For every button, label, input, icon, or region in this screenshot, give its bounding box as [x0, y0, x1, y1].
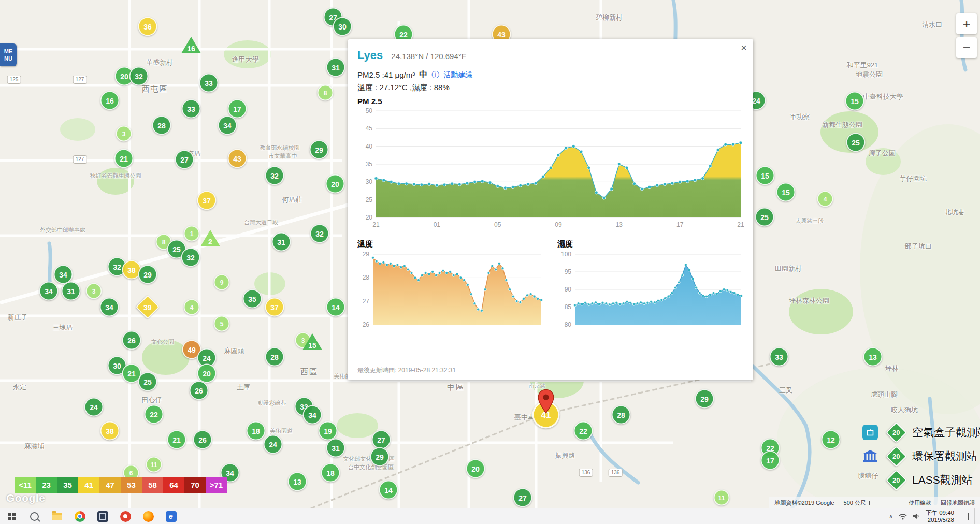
station-marker[interactable]: 29 — [370, 447, 390, 467]
start-button[interactable] — [0, 508, 23, 524]
station-marker[interactable]: 11 — [146, 457, 162, 473]
station-marker[interactable]: 13 — [288, 472, 307, 491]
station-marker[interactable]: 22 — [145, 405, 164, 424]
tray-expand-icon[interactable]: ∧ — [889, 513, 893, 520]
volume-icon[interactable] — [913, 513, 920, 520]
station-marker[interactable]: 33 — [770, 347, 789, 367]
station-marker[interactable]: 13 — [863, 347, 883, 367]
zoom-in-button[interactable]: + — [956, 13, 977, 34]
station-marker[interactable]: 14 — [379, 481, 398, 500]
station-marker[interactable]: 29 — [695, 389, 714, 409]
terms-link[interactable]: 使用條款 — [909, 499, 931, 507]
station-marker[interactable]: 34 — [303, 405, 322, 425]
station-marker[interactable]: 27 — [372, 430, 391, 449]
file-explorer-icon[interactable] — [46, 508, 68, 524]
station-marker[interactable]: 29 — [138, 265, 157, 284]
station-marker[interactable]: 20 — [197, 364, 217, 383]
legend-scale-box: >71 — [206, 477, 227, 493]
selected-location-pin[interactable] — [537, 389, 555, 414]
station-marker[interactable]: 21 — [114, 149, 134, 168]
station-marker[interactable]: 15 — [756, 166, 775, 185]
edge-icon[interactable]: e — [160, 508, 182, 524]
station-marker[interactable]: 38 — [100, 421, 120, 441]
close-icon[interactable]: × — [741, 42, 747, 53]
legend-scale-box: 41 — [78, 477, 99, 493]
station-marker[interactable]: 28 — [152, 116, 171, 135]
station-marker[interactable]: 43 — [228, 149, 247, 168]
wifi-icon[interactable] — [899, 513, 907, 520]
station-marker[interactable]: 1 — [184, 226, 200, 242]
google-logo[interactable]: Google — [6, 492, 45, 504]
station-marker[interactable]: 27 — [175, 150, 194, 169]
station-marker[interactable]: 34 — [218, 116, 237, 135]
station-marker[interactable]: 32 — [181, 248, 200, 267]
report-error-link[interactable]: 回報地圖錯誤 — [941, 499, 975, 507]
station-marker[interactable]: 25 — [846, 133, 866, 152]
station-marker[interactable]: 26 — [122, 331, 141, 350]
station-marker[interactable]: 33 — [199, 74, 219, 93]
action-center-icon[interactable] — [960, 513, 969, 520]
menu-button[interactable]: MENU — [0, 43, 17, 66]
station-marker[interactable]: 27 — [513, 488, 532, 507]
station-marker[interactable]: 4 — [184, 299, 200, 315]
firefox-icon[interactable] — [137, 508, 160, 524]
station-marker[interactable]: 18 — [321, 463, 340, 483]
station-marker[interactable]: 30 — [333, 17, 352, 36]
station-marker[interactable]: 31 — [326, 58, 345, 77]
search-icon[interactable] — [23, 508, 46, 524]
station-marker[interactable]: 15 — [776, 183, 796, 202]
station-marker[interactable]: 31 — [272, 232, 291, 252]
show-deskt op-strip[interactable] — [974, 508, 977, 524]
station-marker[interactable]: 18 — [247, 421, 266, 441]
taskbar-clock[interactable]: 下午 09:40 2019/5/28 — [926, 509, 954, 524]
map-place-label: 何厝莊 — [282, 195, 302, 205]
station-marker[interactable]: 19 — [319, 421, 338, 441]
station-marker[interactable]: 14 — [326, 298, 345, 317]
station-marker[interactable]: 32 — [310, 224, 329, 243]
station-marker[interactable]: 5 — [214, 316, 230, 332]
route-shield: 125 — [7, 76, 21, 84]
station-marker[interactable]: 25 — [138, 372, 157, 391]
station-marker[interactable]: 17 — [761, 451, 780, 470]
station-marker[interactable]: 3 — [86, 283, 102, 299]
station-marker[interactable]: 17 — [228, 99, 247, 119]
station-marker[interactable]: 22 — [574, 421, 593, 441]
photos-app-icon[interactable] — [91, 508, 114, 524]
station-marker[interactable]: 8 — [318, 85, 334, 101]
station-marker[interactable]: 36 — [138, 17, 157, 36]
station-marker[interactable]: 25 — [755, 208, 774, 227]
station-marker[interactable]: 24 — [84, 398, 104, 417]
station-marker[interactable]: 3 — [116, 126, 132, 142]
station-marker[interactable]: 11 — [714, 490, 730, 506]
station-marker[interactable]: 34 — [100, 298, 119, 317]
station-marker[interactable]: 15 — [845, 92, 864, 111]
station-marker[interactable]: 21 — [167, 430, 186, 449]
station-marker[interactable]: 26 — [193, 430, 212, 449]
station-marker[interactable]: 28 — [265, 347, 284, 367]
humidity-chart-block: 濕度 10095908580 — [557, 235, 744, 331]
station-marker[interactable]: 9 — [214, 274, 230, 290]
station-marker[interactable]: 20 — [326, 174, 345, 194]
station-marker[interactable]: 31 — [326, 439, 345, 458]
station-marker[interactable]: 24 — [264, 435, 283, 454]
zoom-out-button[interactable]: − — [956, 37, 977, 58]
station-marker[interactable]: 29 — [310, 140, 329, 159]
media-app-icon[interactable] — [114, 508, 137, 524]
station-marker[interactable]: 32 — [265, 166, 284, 185]
station-marker[interactable]: 37 — [197, 191, 217, 210]
chrome-icon[interactable] — [68, 508, 91, 524]
station-marker[interactable]: 35 — [243, 289, 262, 309]
station-marker[interactable]: 12 — [822, 430, 841, 449]
station-marker[interactable]: 31 — [62, 282, 81, 301]
station-marker[interactable]: 34 — [39, 282, 59, 301]
activity-advice-link[interactable]: 活動建議 — [443, 70, 472, 80]
station-marker[interactable]: 37 — [265, 298, 284, 317]
station-marker[interactable]: 20 — [466, 459, 485, 478]
station-marker[interactable]: 33 — [182, 99, 201, 119]
station-marker[interactable]: 28 — [612, 405, 631, 425]
station-marker[interactable]: 16 — [100, 91, 120, 110]
station-marker[interactable]: 32 — [129, 67, 149, 86]
station-marker[interactable]: 4 — [817, 191, 833, 207]
svg-text:21: 21 — [737, 221, 744, 228]
station-marker[interactable]: 26 — [190, 381, 209, 400]
